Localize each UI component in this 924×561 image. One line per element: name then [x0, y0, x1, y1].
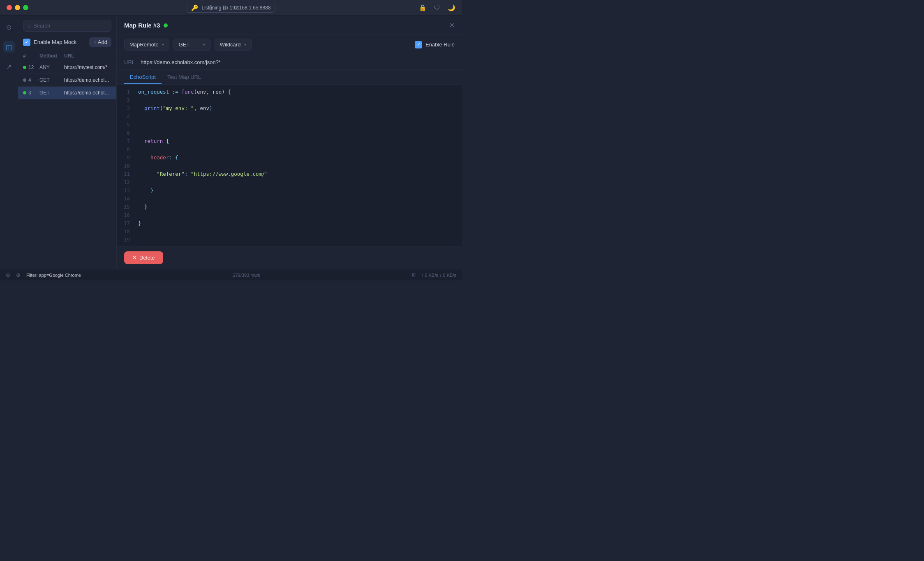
right-panel: Map Rule #3 ✕ MapRemote ▾ GET ▾ Wildcard… [117, 16, 462, 269]
col-method: Method [39, 53, 64, 59]
rule-controls: MapRemote ▾ GET ▾ Wildcard ▾ ✓ Enable Ru… [117, 34, 462, 55]
app-body: ⊙ ◫ ↗ ⌕ ✓ Enable Map Mock + Add # Method… [0, 16, 462, 269]
close-button[interactable] [7, 5, 12, 10]
col-url: URL [64, 53, 111, 59]
url-field[interactable] [141, 59, 455, 65]
row-method-2: GET [39, 77, 64, 83]
delete-icon: ✕ [132, 255, 137, 261]
left-panel: ⌕ ✓ Enable Map Mock + Add # Method URL 1… [18, 16, 117, 269]
enable-rule-label: Enable Rule [425, 41, 455, 48]
listening-text: Listening on 192.168.1.65:8888 [201, 5, 270, 11]
listening-badge: 🔑 Listening on 192.168.1.65:8888 [187, 3, 275, 13]
statusbar-left: ⊕ ⊕ Filter: app=Google Chrome [6, 272, 81, 278]
search-bar[interactable]: ⌕ [23, 20, 111, 32]
add-button[interactable]: + Add [89, 37, 111, 47]
rule-header: Map Rule #3 ✕ [117, 16, 462, 34]
rule-title: Map Rule #3 [124, 22, 168, 29]
icon-sidebar: ⊙ ◫ ↗ [0, 16, 18, 269]
rule-title-text: Map Rule #3 [124, 22, 160, 29]
match-dropdown-value: Wildcard [220, 41, 241, 48]
statusbar-network: ↑ 0 KB/s ↓ 0 KB/s [421, 273, 456, 278]
shield-icon[interactable]: 🛡 [434, 4, 440, 11]
tab-test-map-url[interactable]: Test Map URL [162, 70, 207, 84]
rules-table: 12 ANY https://mytest.com/* 4 GET https:… [18, 61, 116, 269]
col-num: # [23, 53, 39, 59]
enable-map-mock-label: Enable Map Mock [34, 39, 86, 45]
url-row: URL [117, 55, 462, 70]
row-num-3: 3 [23, 90, 39, 96]
status-dot-3 [23, 91, 26, 94]
match-dropdown[interactable]: Wildcard ▾ [215, 39, 252, 51]
titlebar-center: 🔑 Listening on 192.168.1.65:8888 [187, 3, 275, 13]
statusbar-filter-text: Filter: app=Google Chrome [26, 273, 81, 278]
table-header: # Method URL [18, 51, 116, 61]
url-label: URL [124, 59, 136, 65]
enable-row: ✓ Enable Map Mock + Add [18, 35, 116, 51]
sidebar-icon-arrow[interactable]: ↗ [3, 61, 15, 72]
table-row[interactable]: 4 GET https://demo.echolabx.com/ [18, 74, 116, 87]
status-dot-1 [23, 66, 26, 69]
method-dropdown-value: GET [179, 41, 190, 48]
row-url-3: https://demo.echolabx.com/json?* [64, 90, 111, 96]
table-row[interactable]: 12 ANY https://mytest.com/* [18, 61, 116, 74]
close-panel-button[interactable]: ✕ [449, 21, 455, 29]
maximize-button[interactable] [23, 5, 28, 10]
titlebar: 🗑 ⏸ ✕ 🔑 Listening on 192.168.1.65:8888 🔒… [0, 0, 462, 16]
type-dropdown[interactable]: MapRemote ▾ [124, 39, 169, 51]
row-url-1: https://mytest.com/* [64, 64, 111, 70]
statusbar-add-icon[interactable]: ⊕ [16, 272, 21, 278]
method-dropdown[interactable]: GET ▾ [173, 39, 210, 51]
table-row[interactable]: 3 GET https://demo.echolabx.com/json?* [18, 87, 116, 99]
search-input[interactable] [33, 23, 107, 29]
line-numbers: 12345 678910 1112131415 1617181920 [117, 88, 134, 243]
code-content[interactable]: on_request := func(env, req) { print("my… [134, 88, 462, 243]
enable-rule-toggle[interactable]: ✓ [415, 41, 422, 48]
type-dropdown-arrow: ▾ [162, 42, 164, 47]
listening-icon: 🔑 [191, 5, 198, 11]
traffic-lights [7, 5, 28, 10]
row-method-3: GET [39, 90, 64, 96]
sidebar-icon-map[interactable]: ◫ [3, 41, 15, 53]
delete-bar: ✕ Delete [117, 246, 462, 269]
tab-echoscript[interactable]: EchoScript [124, 70, 162, 84]
row-num-1: 12 [23, 64, 39, 70]
row-num-2: 4 [23, 77, 39, 83]
rule-active-dot [164, 23, 168, 28]
enable-map-mock-toggle[interactable]: ✓ [23, 39, 30, 46]
row-url-2: https://demo.echolabx.com/ [64, 77, 111, 83]
sidebar-icon-filter[interactable]: ⊙ [3, 21, 15, 33]
statusbar: ⊕ ⊕ Filter: app=Google Chrome 279/393 ro… [0, 269, 462, 280]
moon-icon[interactable]: 🌙 [448, 4, 455, 11]
delete-button[interactable]: ✕ Delete [124, 251, 163, 264]
match-dropdown-arrow: ▾ [244, 42, 246, 47]
status-dot-2 [23, 78, 26, 82]
search-icon: ⌕ [28, 23, 31, 29]
method-dropdown-arrow: ▾ [203, 42, 205, 47]
lock-icon[interactable]: 🔒 [419, 4, 427, 11]
statusbar-grid-icon: ⊞ [412, 272, 416, 278]
type-dropdown-value: MapRemote [129, 41, 159, 48]
statusbar-rows: 279/393 rows [233, 273, 260, 278]
statusbar-filter-icon[interactable]: ⊕ [6, 272, 10, 278]
statusbar-right: ⊞ ↑ 0 KB/s ↓ 0 KB/s [412, 272, 456, 278]
titlebar-right: 🔒 🛡 🌙 [419, 4, 455, 11]
minimize-button[interactable] [15, 5, 20, 10]
code-editor: 12345 678910 1112131415 1617181920 on_re… [117, 85, 462, 246]
editor-tabs: EchoScript Test Map URL [117, 70, 462, 85]
enable-rule-row: ✓ Enable Rule [415, 41, 455, 48]
row-method-1: ANY [39, 64, 64, 70]
